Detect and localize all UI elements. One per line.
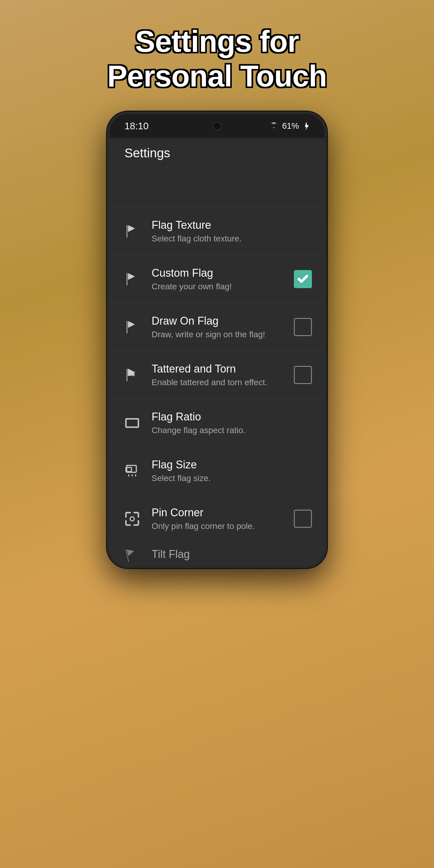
tattered-torn-control[interactable] bbox=[293, 365, 313, 385]
flag-texture-title: Flag Texture bbox=[152, 219, 313, 231]
draw-on-flag-checkbox[interactable] bbox=[294, 318, 312, 336]
pin-corner-control[interactable] bbox=[293, 509, 313, 529]
draw-on-flag-title: Draw On Flag bbox=[152, 315, 284, 327]
svg-text:+: + bbox=[130, 273, 134, 280]
flag-size-text: Flag Size Select flag size. bbox=[152, 458, 313, 483]
draw-on-flag-control[interactable] bbox=[293, 317, 313, 337]
header-section bbox=[110, 168, 324, 207]
settings-item-draw-on-flag[interactable]: Draw On Flag Draw, write or sign on the … bbox=[110, 303, 324, 351]
flag-ratio-subtitle: Change flag aspect ratio. bbox=[152, 426, 313, 435]
pin-corner-checkbox[interactable] bbox=[294, 510, 312, 528]
flag-ratio-text: Flag Ratio Change flag aspect ratio. bbox=[152, 410, 313, 435]
pin-corner-icon bbox=[121, 508, 143, 529]
custom-flag-control[interactable] bbox=[293, 270, 313, 289]
custom-flag-icon: + bbox=[121, 269, 143, 290]
status-right: 61% bbox=[269, 121, 310, 131]
svg-rect-0 bbox=[129, 226, 130, 227]
tilt-flag-text: Tilt Flag bbox=[152, 548, 313, 561]
pin-corner-title: Pin Corner bbox=[152, 506, 284, 519]
settings-item-flag-texture[interactable]: Flag Texture Select flag cloth texture. bbox=[110, 207, 324, 255]
battery-percent: 61% bbox=[282, 121, 299, 131]
custom-flag-checkbox-checked[interactable] bbox=[294, 270, 312, 288]
settings-item-tilt-flag[interactable]: Tilt Flag bbox=[110, 543, 324, 566]
app-bar-title: Settings bbox=[124, 146, 170, 160]
settings-item-flag-size[interactable]: Flag Size Select flag size. bbox=[110, 447, 324, 495]
custom-flag-text: Custom Flag Create your own flag! bbox=[152, 267, 284, 291]
svg-rect-3 bbox=[132, 227, 133, 228]
svg-text:×: × bbox=[132, 373, 135, 378]
camera-notch bbox=[213, 122, 221, 130]
settings-item-custom-flag[interactable]: + Custom Flag Create your own flag! bbox=[110, 255, 324, 303]
flag-texture-text: Flag Texture Select flag cloth texture. bbox=[152, 219, 313, 244]
tattered-torn-subtitle: Enable tattered and torn effect. bbox=[152, 378, 284, 387]
settings-item-pin-corner[interactable]: Pin Corner Only pin flag corner to pole. bbox=[110, 495, 324, 543]
tattered-torn-checkbox[interactable] bbox=[294, 366, 312, 384]
settings-item-flag-ratio[interactable]: Flag Ratio Change flag aspect ratio. bbox=[110, 399, 324, 447]
flag-size-subtitle: Select flag size. bbox=[152, 473, 313, 483]
pin-corner-subtitle: Only pin flag corner to pole. bbox=[152, 521, 284, 531]
draw-on-flag-subtitle: Draw, write or sign on the flag! bbox=[152, 330, 284, 339]
settings-list: Flag Texture Select flag cloth texture. … bbox=[110, 207, 324, 566]
svg-rect-2 bbox=[130, 228, 131, 229]
ratio-icon bbox=[121, 412, 143, 433]
phone-shell: 18:10 61% Settings bbox=[107, 112, 327, 568]
svg-rect-6 bbox=[126, 418, 138, 427]
tattered-torn-title: Tattered and Torn bbox=[152, 363, 284, 375]
wifi-icon bbox=[269, 121, 279, 131]
flag-size-icon bbox=[121, 460, 143, 481]
page-title: Settings for Personal Touch bbox=[71, 0, 363, 112]
tilt-flag-icon bbox=[121, 544, 143, 565]
status-time: 18:10 bbox=[124, 121, 149, 132]
tattered-torn-text: Tattered and Torn Enable tattered and to… bbox=[152, 363, 284, 387]
app-bar: Settings bbox=[110, 138, 324, 168]
draw-on-flag-text: Draw On Flag Draw, write or sign on the … bbox=[152, 315, 284, 339]
svg-rect-1 bbox=[130, 226, 132, 228]
custom-flag-subtitle: Create your own flag! bbox=[152, 282, 284, 291]
battery-icon bbox=[302, 121, 310, 131]
custom-flag-title: Custom Flag bbox=[152, 267, 284, 279]
tilt-flag-title: Tilt Flag bbox=[152, 548, 313, 561]
flag-size-title: Flag Size bbox=[152, 458, 313, 471]
status-bar: 18:10 61% bbox=[110, 114, 324, 138]
draw-flag-icon bbox=[121, 316, 143, 338]
flag-texture-subtitle: Select flag cloth texture. bbox=[152, 234, 313, 244]
settings-item-tattered-torn[interactable]: × Tattered and Torn Enable tattered and … bbox=[110, 351, 324, 399]
tattered-flag-icon: × bbox=[121, 364, 143, 385]
flag-ratio-title: Flag Ratio bbox=[152, 410, 313, 423]
flag-texture-icon bbox=[121, 221, 143, 242]
pin-corner-text: Pin Corner Only pin flag corner to pole. bbox=[152, 506, 284, 531]
svg-point-9 bbox=[130, 517, 134, 521]
